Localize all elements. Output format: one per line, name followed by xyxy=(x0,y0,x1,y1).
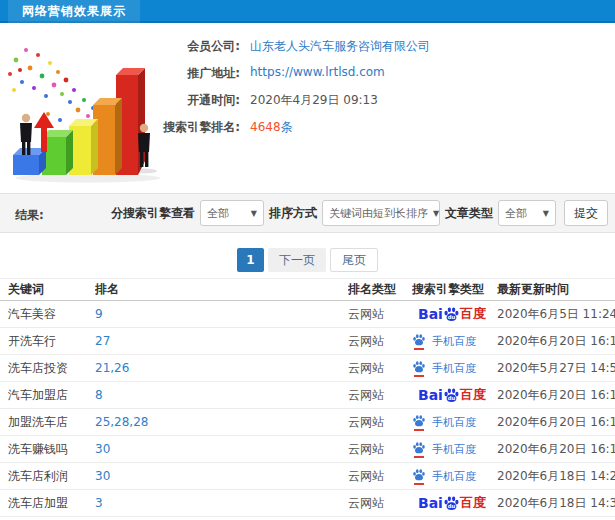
info-row: 推广地址:https://www.lrtlsd.com xyxy=(150,65,430,92)
info-row: 搜索引擎排名:4648条 xyxy=(150,119,430,146)
mobile-baidu-badge: 手机百度 xyxy=(412,441,476,458)
engine-type-cell: 手机百度 xyxy=(412,414,497,431)
article-type-value: 全部 xyxy=(505,206,527,221)
engine-type-cell: 手机百度 xyxy=(412,360,497,377)
mobile-baidu-badge: 手机百度 xyxy=(412,360,476,377)
table-header-cell: 排名类型 xyxy=(348,281,412,298)
mobile-baidu-icon xyxy=(412,333,427,350)
engine-rank-count: 4648条 xyxy=(250,119,293,136)
baidu-paw-icon: du xyxy=(443,387,460,404)
update-time-cell: 2020年6月20日 16:12 xyxy=(497,387,615,404)
filter-bar: 结果: 分搜索引擎查看 全部 ▼ 排序方式 关键词由短到长排序 ▼ 文章类型 全… xyxy=(0,193,615,233)
chevron-down-icon: ▼ xyxy=(251,209,257,218)
info-label: 会员公司: xyxy=(150,38,240,55)
next-page-button[interactable]: 下一页 xyxy=(268,248,326,272)
rank-cell[interactable]: 8 xyxy=(95,388,348,402)
rank-cell[interactable]: 25,28,28 xyxy=(95,415,348,429)
bar-yellow xyxy=(69,119,98,175)
table-header-cell: 搜索引擎类型 xyxy=(412,281,497,298)
keyword-cell: 洗车店投资 xyxy=(8,360,95,377)
top-header-bar: 网络营销效果展示 xyxy=(0,0,615,23)
chevron-down-icon: ▼ xyxy=(433,209,439,218)
rank-type-cell: 云网站 xyxy=(348,468,412,485)
rank-type-cell: 云网站 xyxy=(348,360,412,377)
engine-filter-select[interactable]: 全部 ▼ xyxy=(200,200,264,226)
info-label: 搜索引擎排名: xyxy=(150,119,240,136)
rank-cell[interactable]: 3 xyxy=(95,496,348,510)
keyword-cell: 洗车店加盟 xyxy=(8,495,95,512)
rank-type-cell: 云网站 xyxy=(348,495,412,512)
mobile-baidu-icon xyxy=(412,468,427,485)
update-time-cell: 2020年6月18日 14:30 xyxy=(497,495,615,512)
table-row: 开洗车行27云网站 手机百度2020年6月20日 16:16 xyxy=(0,328,615,355)
table-header-cell: 最新更新时间 xyxy=(497,281,615,298)
rank-cell[interactable]: 30 xyxy=(95,442,348,456)
mobile-baidu-icon xyxy=(412,360,427,377)
header-tab: 网络营销效果展示 xyxy=(8,0,140,23)
baidu-logo: Bai du 百度 xyxy=(412,305,486,323)
baidu-paw-icon xyxy=(412,360,426,374)
chevron-down-icon: ▼ xyxy=(543,209,549,218)
table-header-row: 关键词排名排名类型搜索引擎类型最新更新时间 xyxy=(0,278,615,301)
filter-controls: 分搜索引擎查看 全部 ▼ 排序方式 关键词由短到长排序 ▼ 文章类型 全部 ▼ … xyxy=(106,194,608,232)
table-row: 汽车加盟店8云网站 Bai du 百度2020年6月20日 16:12 xyxy=(0,382,615,409)
table-row: 洗车店加盟3云网站 Bai du 百度2020年6月18日 14:30 xyxy=(0,490,615,517)
rank-cell[interactable]: 27 xyxy=(95,334,348,348)
keyword-cell: 加盟洗车店 xyxy=(8,414,95,431)
sort-label: 排序方式 xyxy=(269,205,317,222)
keyword-cell: 汽车加盟店 xyxy=(8,387,95,404)
mobile-baidu-badge: 手机百度 xyxy=(412,414,476,431)
info-value-link[interactable]: 山东老人头汽车服务咨询有限公司 xyxy=(250,38,430,55)
update-time-cell: 2020年6月20日 16:12 xyxy=(497,441,615,458)
rank-cell[interactable]: 9 xyxy=(95,307,348,321)
rank-cell[interactable]: 21,26 xyxy=(95,361,348,375)
page: 网络营销效果展示 xyxy=(0,0,615,520)
result-label: 结果: xyxy=(15,207,44,224)
article-type-select[interactable]: 全部 ▼ xyxy=(498,200,556,226)
sort-select[interactable]: 关键词由短到长排序 ▼ xyxy=(322,200,440,226)
engine-filter-label: 分搜索引擎查看 xyxy=(111,205,195,222)
sort-value: 关键词由短到长排序 xyxy=(329,206,428,221)
table-body: 汽车美容9云网站 Bai du 百度2020年6月5日 11:24开洗车行27云… xyxy=(0,301,615,517)
engine-type-cell: Bai du 百度 xyxy=(412,305,497,323)
info-row: 会员公司:山东老人头汽车服务咨询有限公司 xyxy=(150,38,430,65)
keyword-cell: 洗车赚钱吗 xyxy=(8,441,95,458)
keyword-cell: 开洗车行 xyxy=(8,333,95,350)
article-type-label: 文章类型 xyxy=(445,205,493,222)
table-row: 洗车店利润30云网站 手机百度2020年6月18日 14:27 xyxy=(0,463,615,490)
update-time-cell: 2020年6月20日 16:11 xyxy=(497,414,615,431)
baidu-paw-icon xyxy=(412,468,426,482)
confetti-dots xyxy=(8,48,96,127)
baidu-logo: Bai du 百度 xyxy=(412,386,486,404)
update-time-cell: 2020年5月27日 14:58 xyxy=(497,360,615,377)
svg-text:du: du xyxy=(448,395,456,401)
engine-type-cell: Bai du 百度 xyxy=(412,386,497,404)
engine-type-cell: 手机百度 xyxy=(412,333,497,350)
table-row: 加盟洗车店25,28,28云网站 手机百度2020年6月20日 16:11 xyxy=(0,409,615,436)
rank-type-cell: 云网站 xyxy=(348,306,412,323)
table-header-cell: 关键词 xyxy=(8,281,95,298)
rank-type-cell: 云网站 xyxy=(348,387,412,404)
info-label: 推广地址: xyxy=(150,65,240,82)
info-row: 开通时间:2020年4月29日 09:13 xyxy=(150,92,430,119)
submit-button[interactable]: 提交 xyxy=(564,200,608,226)
baidu-paw-icon xyxy=(412,333,426,347)
keyword-cell: 洗车店利润 xyxy=(8,468,95,485)
table-header-cell: 排名 xyxy=(95,281,348,298)
page-number-current[interactable]: 1 xyxy=(237,248,264,272)
last-page-button[interactable]: 尾页 xyxy=(330,248,378,272)
engine-type-cell: 手机百度 xyxy=(412,468,497,485)
rank-type-cell: 云网站 xyxy=(348,333,412,350)
engine-type-cell: 手机百度 xyxy=(412,441,497,458)
info-value-link[interactable]: https://www.lrtlsd.com xyxy=(250,65,385,79)
rank-type-cell: 云网站 xyxy=(348,414,412,431)
info-label: 开通时间: xyxy=(150,92,240,109)
mobile-baidu-badge: 手机百度 xyxy=(412,468,476,485)
page-title: 网络营销效果展示 xyxy=(22,3,126,20)
baidu-logo: Bai du 百度 xyxy=(412,494,486,512)
rank-cell[interactable]: 30 xyxy=(95,469,348,483)
baidu-paw-icon: du xyxy=(443,495,460,512)
table-row: 洗车店投资21,26云网站 手机百度2020年5月27日 14:58 xyxy=(0,355,615,382)
baidu-paw-icon xyxy=(412,441,426,455)
results-table: 关键词排名排名类型搜索引擎类型最新更新时间 汽车美容9云网站 Bai du 百度… xyxy=(0,278,615,517)
